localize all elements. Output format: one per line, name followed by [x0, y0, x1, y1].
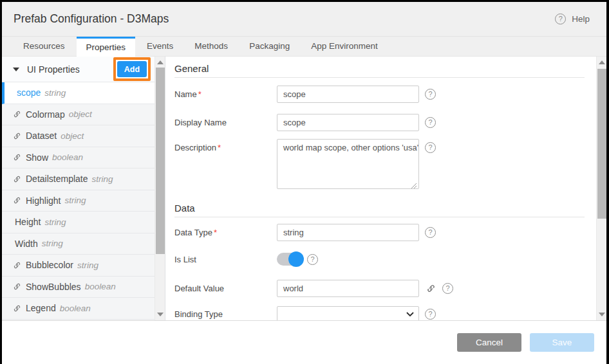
- data-type-input[interactable]: [277, 224, 419, 241]
- link-icon: [12, 109, 26, 119]
- sidebar-scrollbar[interactable]: [155, 57, 165, 320]
- description-label: Description*: [174, 143, 277, 152]
- property-list: scopestringColormapobjectDatasetobjectSh…: [2, 82, 165, 320]
- link-icon: [12, 260, 26, 270]
- property-name: Highlight: [26, 196, 61, 206]
- scroll-down-icon[interactable]: [157, 313, 164, 316]
- scroll-down-icon[interactable]: [599, 313, 605, 316]
- sidebar-item-showbubbles[interactable]: ShowBubblesboolean: [2, 277, 165, 298]
- link-icon: [12, 304, 26, 313]
- tab-methods[interactable]: Methods: [185, 37, 238, 56]
- help-icon[interactable]: ?: [425, 309, 436, 320]
- data-type-label: Data Type*: [174, 228, 277, 237]
- required-marker: *: [214, 228, 217, 237]
- help-icon: ?: [555, 14, 566, 24]
- help-icon[interactable]: ?: [425, 227, 436, 238]
- required-marker: *: [198, 89, 201, 99]
- property-type: boolean: [60, 304, 91, 313]
- chevron-down-icon: [406, 312, 414, 317]
- sidebar-header: UI Properties Add: [2, 57, 165, 82]
- help-icon[interactable]: ?: [425, 142, 436, 153]
- help-button[interactable]: ? Help: [555, 14, 590, 24]
- is-list-label: Is List: [174, 255, 277, 264]
- default-value-label: Default Value: [174, 284, 277, 293]
- property-name: Dataset: [26, 131, 57, 141]
- window-header: Prefab Configuration - D3Maps ? Help: [2, 2, 606, 37]
- sidebar-item-width[interactable]: Widthstring: [2, 233, 165, 255]
- description-textarea[interactable]: world map scope, other options 'usa', 'i…: [277, 139, 419, 189]
- form-scrollbar[interactable]: [596, 57, 606, 320]
- tab-packaging[interactable]: Packaging: [239, 37, 299, 56]
- default-value-input[interactable]: [277, 280, 419, 297]
- collapse-caret-icon[interactable]: [13, 68, 19, 71]
- form-scrollbar-thumb[interactable]: [597, 69, 606, 219]
- property-type: boolean: [85, 282, 116, 291]
- help-label: Help: [572, 14, 590, 24]
- name-label: Name*: [174, 89, 277, 99]
- property-name: ShowBubbles: [26, 282, 81, 292]
- window-title: Prefab Configuration - D3Maps: [14, 12, 169, 26]
- scroll-up-icon[interactable]: [157, 60, 164, 64]
- help-icon[interactable]: ?: [307, 254, 318, 265]
- property-type: object: [69, 109, 92, 119]
- property-type: string: [92, 174, 113, 184]
- properties-sidebar: UI Properties Add scopestringColormapobj…: [2, 57, 165, 320]
- sidebar-item-show[interactable]: Showboolean: [2, 147, 165, 169]
- property-type: string: [44, 88, 66, 98]
- bind-link-icon[interactable]: [426, 283, 436, 294]
- add-button-highlight: Add: [113, 57, 151, 81]
- property-name: Height: [15, 217, 41, 227]
- link-icon: [12, 282, 26, 291]
- sidebar-item-colormap[interactable]: Colormapobject: [2, 104, 165, 126]
- link-icon: [12, 131, 26, 141]
- tab-resources[interactable]: Resources: [14, 37, 75, 56]
- property-type: string: [44, 217, 66, 227]
- name-input[interactable]: [277, 86, 419, 103]
- property-type: string: [42, 239, 63, 248]
- link-icon: [12, 174, 26, 184]
- property-type: string: [77, 260, 98, 270]
- property-name: Legend: [26, 303, 56, 313]
- property-type: object: [61, 131, 84, 141]
- tab-events[interactable]: Events: [137, 37, 183, 56]
- save-button[interactable]: Save: [530, 333, 594, 352]
- cancel-button[interactable]: Cancel: [457, 333, 521, 352]
- property-type: boolean: [52, 152, 83, 162]
- sidebar-item-detailstemplate[interactable]: Detailstemplatestring: [2, 168, 165, 190]
- sidebar-item-bubblecolor[interactable]: Bubblecolorstring: [2, 255, 165, 277]
- sidebar-item-highlight[interactable]: Highlightstring: [2, 190, 165, 212]
- property-name: Bubblecolor: [26, 260, 73, 270]
- property-name: Width: [15, 239, 38, 249]
- sidebar-item-height[interactable]: Heightstring: [2, 212, 165, 233]
- display-name-label: Display Name: [174, 118, 277, 127]
- tab-app-environment[interactable]: App Environment: [301, 37, 388, 56]
- property-name: Detailstemplate: [26, 174, 88, 184]
- help-icon[interactable]: ?: [442, 283, 453, 294]
- link-icon: [12, 152, 26, 162]
- binding-type-select[interactable]: [277, 306, 419, 320]
- property-type: string: [64, 196, 86, 205]
- help-icon[interactable]: ?: [425, 89, 436, 100]
- sidebar-item-legend[interactable]: Legendboolean: [2, 298, 165, 320]
- dialog-footer: Cancel Save: [2, 320, 606, 364]
- prefab-configuration-window: Prefab Configuration - D3Maps ? Help Res…: [0, 0, 609, 364]
- sidebar-title: UI Properties: [27, 64, 80, 75]
- property-form-panel: General Name* ? Display Name ? Descripti…: [165, 57, 606, 320]
- tab-properties[interactable]: Properties: [77, 37, 136, 57]
- scroll-up-icon[interactable]: [599, 60, 605, 64]
- property-name: Colormap: [26, 109, 65, 120]
- sidebar-item-scope[interactable]: scopestring: [2, 82, 165, 104]
- sidebar-item-dataset[interactable]: Datasetobject: [2, 125, 165, 147]
- section-title-general: General: [174, 63, 585, 78]
- help-icon[interactable]: ?: [425, 117, 436, 128]
- tab-bar: ResourcesPropertiesEventsMethodsPackagin…: [2, 37, 606, 57]
- dialog-body: UI Properties Add scopestringColormapobj…: [2, 57, 606, 320]
- sidebar-scrollbar-thumb[interactable]: [156, 68, 165, 254]
- add-button[interactable]: Add: [117, 61, 147, 77]
- required-marker: *: [218, 143, 221, 152]
- property-name: scope: [17, 87, 41, 98]
- link-icon: [12, 196, 26, 205]
- is-list-toggle[interactable]: [277, 253, 303, 266]
- display-name-input[interactable]: [277, 114, 419, 131]
- property-name: Show: [26, 152, 48, 163]
